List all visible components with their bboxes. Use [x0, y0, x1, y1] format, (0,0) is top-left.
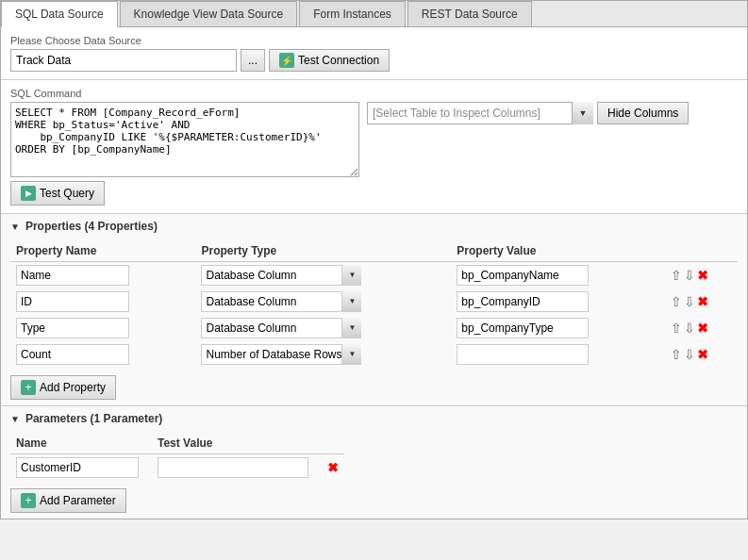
- select-table-dropdown[interactable]: [Select Table to Inspect Columns]: [367, 102, 593, 124]
- row-actions-3: ⇧ ⇩ ✖: [671, 347, 732, 362]
- col-property-value: Property Value: [451, 240, 664, 262]
- properties-table: Property Name Property Type Property Val…: [10, 240, 738, 368]
- query-icon: ▶: [21, 186, 36, 201]
- table-row: Database Column Database Column Number o…: [10, 315, 738, 341]
- sql-section: SQL Command SELECT * FROM [Company_Recor…: [1, 80, 747, 214]
- add-property-icon: +: [21, 380, 36, 395]
- prop-name-input[interactable]: [16, 291, 129, 312]
- parameters-title: Parameters (1 Parameter): [25, 412, 162, 425]
- tab-rest[interactable]: REST Data Source: [407, 1, 532, 26]
- datasource-input[interactable]: [10, 49, 237, 72]
- table-row: Number of Database Rows Database Column …: [10, 341, 738, 368]
- param-row: ✖: [10, 454, 344, 482]
- select-table-wrapper: [Select Table to Inspect Columns]: [367, 102, 593, 124]
- sql-right-panel: [Select Table to Inspect Columns] Hide C…: [367, 102, 689, 124]
- properties-collapse-icon[interactable]: ▼: [10, 222, 20, 232]
- prop-type-wrapper-3: Number of Database Rows Database Column …: [201, 344, 361, 365]
- prop-value-input[interactable]: [457, 318, 589, 338]
- tab-form[interactable]: Form Instances: [299, 1, 406, 26]
- move-up-icon-1[interactable]: ⇧: [671, 294, 682, 309]
- add-property-label: Add Property: [40, 381, 106, 394]
- test-query-button[interactable]: ▶ Test Query: [10, 181, 105, 206]
- datasource-section: Please Choose Data Source ... ⚡ Test Con…: [1, 27, 747, 80]
- col-property-type: Property Type: [195, 240, 451, 262]
- delete-icon-3[interactable]: ✖: [697, 347, 708, 362]
- prop-name-input[interactable]: [16, 265, 129, 286]
- move-up-icon-2[interactable]: ⇧: [671, 321, 682, 336]
- param-value-input-0[interactable]: [158, 457, 308, 478]
- move-down-icon-0[interactable]: ⇩: [684, 268, 695, 283]
- row-actions-2: ⇧ ⇩ ✖: [671, 321, 732, 336]
- properties-header: ▼ Properties (4 Properties): [10, 220, 738, 233]
- test-query-label: Test Query: [40, 187, 94, 200]
- test-connection-button[interactable]: ⚡ Test Connection: [269, 49, 390, 72]
- parameters-section: ▼ Parameters (1 Parameter) Name Test Val…: [1, 406, 747, 519]
- add-parameter-icon: +: [21, 493, 36, 508]
- tab-sql[interactable]: SQL Data Source: [1, 1, 118, 27]
- select-table-row: [Select Table to Inspect Columns] Hide C…: [367, 102, 689, 124]
- move-down-icon-1[interactable]: ⇩: [684, 294, 695, 309]
- properties-section: ▼ Properties (4 Properties) Property Nam…: [1, 214, 747, 406]
- browse-button[interactable]: ...: [241, 49, 265, 72]
- move-down-icon-2[interactable]: ⇩: [684, 321, 695, 336]
- prop-name-input[interactable]: [16, 344, 129, 365]
- prop-type-wrapper-0: Database Column Database Column Number o…: [201, 265, 361, 286]
- properties-title: Properties (4 Properties): [25, 220, 158, 233]
- param-name-input-0[interactable]: [16, 457, 139, 478]
- tab-knowledge[interactable]: Knowledge View Data Source: [120, 1, 298, 26]
- table-row: Database Column Database Column Number o…: [10, 262, 738, 289]
- prop-type-select-1[interactable]: Database Column Database Column Number o…: [201, 291, 352, 312]
- sql-row: SELECT * FROM [Company_Record_eForm] WHE…: [10, 102, 738, 177]
- test-conn-label: Test Connection: [298, 54, 379, 67]
- prop-type-select-3[interactable]: Number of Database Rows Database Column …: [201, 344, 352, 365]
- hide-columns-button[interactable]: Hide Columns: [597, 102, 689, 124]
- add-parameter-label: Add Parameter: [40, 494, 116, 507]
- datasource-row: ... ⚡ Test Connection: [10, 49, 738, 72]
- prop-value-input[interactable]: [457, 265, 589, 286]
- move-up-icon-0[interactable]: ⇧: [671, 268, 682, 283]
- row-actions-1: ⇧ ⇩ ✖: [671, 294, 732, 309]
- delete-icon-0[interactable]: ✖: [697, 268, 708, 283]
- prop-value-input[interactable]: [457, 344, 589, 365]
- sql-label: SQL Command: [10, 88, 738, 99]
- parameters-header: ▼ Parameters (1 Parameter): [10, 412, 738, 425]
- table-row: Database Column Database Column Number o…: [10, 288, 738, 315]
- add-parameter-button[interactable]: + Add Parameter: [10, 488, 126, 513]
- datasource-label: Please Choose Data Source: [10, 35, 738, 46]
- move-up-icon-3[interactable]: ⇧: [671, 347, 682, 362]
- col-param-name: Name: [10, 433, 152, 454]
- parameters-collapse-icon[interactable]: ▼: [10, 414, 20, 424]
- delete-icon-2[interactable]: ✖: [697, 321, 708, 336]
- row-actions-0: ⇧ ⇩ ✖: [671, 268, 732, 283]
- col-property-name: Property Name: [10, 240, 195, 262]
- delete-icon-1[interactable]: ✖: [697, 294, 708, 309]
- main-container: SQL Data Source Knowledge View Data Sour…: [0, 0, 748, 519]
- prop-type-select-2[interactable]: Database Column Database Column Number o…: [201, 318, 352, 338]
- prop-type-wrapper-1: Database Column Database Column Number o…: [201, 291, 361, 312]
- tab-bar: SQL Data Source Knowledge View Data Sour…: [1, 1, 747, 27]
- param-delete-icon-0[interactable]: ✖: [327, 460, 339, 475]
- col-param-value: Test Value: [152, 433, 322, 454]
- prop-value-input[interactable]: [457, 291, 589, 312]
- prop-name-input[interactable]: [16, 318, 129, 338]
- parameters-table: Name Test Value ✖: [10, 433, 344, 481]
- prop-type-wrapper-2: Database Column Database Column Number o…: [201, 318, 361, 338]
- sql-textarea[interactable]: SELECT * FROM [Company_Record_eForm] WHE…: [10, 102, 359, 177]
- add-property-button[interactable]: + Add Property: [10, 375, 116, 400]
- connection-icon: ⚡: [279, 53, 294, 68]
- move-down-icon-3[interactable]: ⇩: [684, 347, 695, 362]
- prop-type-select-0[interactable]: Database Column Database Column Number o…: [201, 265, 352, 286]
